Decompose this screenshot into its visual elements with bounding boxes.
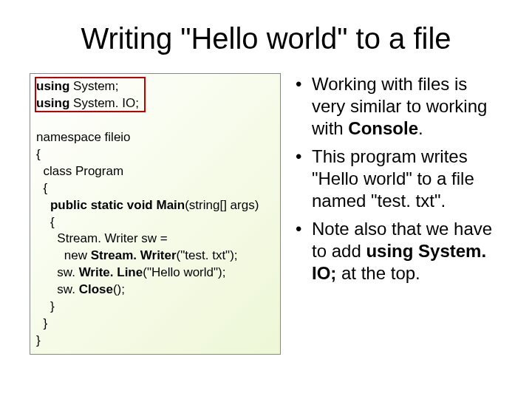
code-line: using System. IO; [36, 95, 274, 112]
bullet-bold: Console [348, 118, 418, 138]
bullet-item: Note also that we have to add using Syst… [296, 218, 502, 284]
code-line: } [36, 332, 274, 349]
code-text: new [36, 248, 91, 262]
code-line: sw. Close(); [36, 282, 274, 299]
code-text: ("Hello world"); [143, 265, 225, 279]
slide: Writing "Hello world" to a file using Sy… [0, 0, 532, 399]
code-line: sw. Write. Line("Hello world"); [36, 265, 274, 282]
bullet-item: This program writes "Hello world" to a f… [296, 146, 502, 212]
code-line: using System; [36, 78, 274, 95]
slide-title: Writing "Hello world" to a file [30, 22, 502, 55]
bullet-list: Working with files is very similar to wo… [296, 73, 502, 284]
content-row: using System; using System. IO; namespac… [30, 73, 502, 355]
code-text: System. IO; [69, 96, 139, 110]
code-line: } [36, 299, 274, 316]
code-line: { [36, 146, 274, 163]
method-signature: public static void Main [36, 198, 185, 212]
code-text: sw. [36, 265, 79, 279]
bullet-item: Working with files is very similar to wo… [296, 73, 502, 140]
code-line: { [36, 180, 274, 197]
bullet-text: This program writes "Hello world" to a f… [312, 146, 474, 211]
code-text: (); [113, 282, 125, 296]
code-text: ("test. txt"); [177, 248, 238, 262]
code-line: public static void Main(string[] args) [36, 197, 274, 214]
method-name: Write. Line [79, 265, 143, 279]
bullet-column: Working with files is very similar to wo… [296, 73, 502, 355]
code-line: Stream. Writer sw = [36, 231, 274, 248]
code-line: namespace fileio [36, 129, 274, 146]
code-line: new Stream. Writer("test. txt"); [36, 248, 274, 265]
keyword-using: using [36, 96, 69, 110]
code-line: } [36, 316, 274, 332]
keyword-using: using [36, 79, 69, 93]
code-blank-line [36, 112, 274, 129]
code-line: class Program [36, 163, 274, 180]
method-name: Close [79, 282, 113, 296]
code-text: sw. [36, 282, 79, 296]
code-line: { [36, 214, 274, 231]
bullet-text: at the top. [336, 263, 420, 283]
code-box: using System; using System. IO; namespac… [30, 73, 281, 355]
code-text: (string[] args) [185, 198, 259, 212]
bullet-text: . [418, 118, 423, 138]
code-text: System; [69, 79, 118, 93]
type-name: Stream. Writer [91, 248, 177, 262]
